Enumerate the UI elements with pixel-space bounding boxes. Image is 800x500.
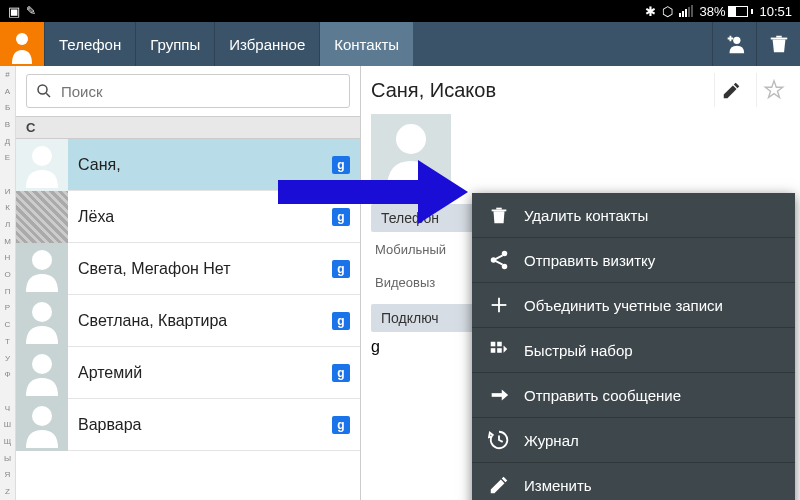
notification-icon: ▣	[8, 4, 20, 19]
menu-send-message[interactable]: Отправить сообщение	[472, 373, 795, 418]
index-letter[interactable]: О	[0, 266, 15, 283]
index-letter[interactable]: Р	[0, 300, 15, 317]
google-badge-icon: g	[332, 260, 350, 278]
bluetooth-icon: ✱	[645, 4, 656, 19]
dialpad-icon	[488, 339, 510, 361]
avatar	[16, 347, 68, 399]
index-letter[interactable]: Щ	[0, 433, 15, 450]
contact-row[interactable]: Света, Мегафон Нет g	[16, 243, 360, 295]
search-input[interactable]	[26, 74, 350, 108]
index-letter[interactable]: В	[0, 116, 15, 133]
index-letter[interactable]: Ы	[0, 450, 15, 467]
avatar	[16, 295, 68, 347]
index-letter[interactable]: П	[0, 283, 15, 300]
alphabet-index[interactable]: #АБВДЕИКЛМНОПРСТУФЧШЩЫЯZ	[0, 66, 16, 500]
index-letter[interactable]: Я	[0, 467, 15, 484]
google-badge-icon: g	[332, 312, 350, 330]
avatar	[16, 243, 68, 295]
index-letter[interactable]: Н	[0, 250, 15, 267]
svg-point-0	[16, 33, 28, 45]
tab-contacts[interactable]: Контакты	[319, 22, 413, 66]
tab-favorites[interactable]: Избранное	[214, 22, 319, 66]
index-letter[interactable]: Л	[0, 216, 15, 233]
signal-icon	[679, 5, 693, 17]
svg-point-2	[38, 85, 47, 94]
index-letter[interactable]: И	[0, 183, 15, 200]
index-letter[interactable]: Е	[0, 149, 15, 166]
svg-rect-12	[491, 342, 496, 347]
menu-edit[interactable]: Изменить	[472, 463, 795, 500]
contact-detail-pane: Саня, Исаков Телефон Мобильный Видеовыз …	[361, 66, 800, 500]
search-field[interactable]	[61, 83, 341, 100]
contact-name: Артемий	[78, 364, 322, 382]
contact-name: Саня,	[78, 156, 322, 174]
svg-point-1	[733, 37, 740, 44]
contact-detail-avatar	[371, 114, 451, 194]
avatar	[16, 139, 68, 191]
contact-name: Света, Мегафон Нет	[78, 260, 322, 278]
index-letter[interactable]: Z	[0, 483, 15, 500]
battery-indicator: 38%	[699, 4, 753, 19]
index-letter[interactable]: #	[0, 66, 15, 83]
section-header: С	[16, 116, 360, 139]
index-letter[interactable]	[0, 166, 15, 183]
svg-point-4	[32, 250, 52, 270]
edit-contact-button[interactable]	[714, 73, 748, 107]
google-badge-icon: g	[332, 208, 350, 226]
trash-icon	[488, 204, 510, 226]
svg-rect-14	[491, 348, 496, 353]
index-letter[interactable]	[0, 383, 15, 400]
contact-row[interactable]: Лёха g	[16, 191, 360, 243]
battery-percent: 38%	[699, 4, 725, 19]
wifi-icon: ⬡	[662, 4, 673, 19]
google-badge-icon: g	[332, 156, 350, 174]
index-letter[interactable]: А	[0, 83, 15, 100]
status-bar: ▣ ✎ ✱ ⬡ 38% 10:51	[0, 0, 800, 22]
menu-share-card[interactable]: Отправить визитку	[472, 238, 795, 283]
clock: 10:51	[759, 4, 792, 19]
google-badge-icon: g	[332, 416, 350, 434]
contact-name: Лёха	[78, 208, 322, 226]
app-logo[interactable]	[0, 22, 44, 66]
tab-groups[interactable]: Группы	[135, 22, 214, 66]
index-letter[interactable]: У	[0, 350, 15, 367]
contact-row[interactable]: Варвара g	[16, 399, 360, 451]
google-badge-icon: g	[332, 364, 350, 382]
index-letter[interactable]: Б	[0, 99, 15, 116]
menu-delete-contacts[interactable]: Удалить контакты	[472, 193, 795, 238]
index-letter[interactable]: К	[0, 200, 15, 217]
index-letter[interactable]: М	[0, 233, 15, 250]
favorite-button[interactable]	[756, 73, 790, 107]
arrow-right-icon	[488, 384, 510, 406]
delete-button[interactable]	[756, 22, 800, 66]
svg-point-3	[32, 146, 52, 166]
svg-point-7	[32, 406, 52, 426]
edit-notification-icon: ✎	[26, 4, 36, 18]
svg-point-5	[32, 302, 52, 322]
avatar	[16, 191, 68, 243]
contact-row[interactable]: Светлана, Квартира g	[16, 295, 360, 347]
search-icon	[35, 82, 53, 100]
contact-detail-name: Саня, Исаков	[371, 79, 706, 102]
index-letter[interactable]: Ч	[0, 400, 15, 417]
share-icon	[488, 249, 510, 271]
index-letter[interactable]: Ш	[0, 416, 15, 433]
index-letter[interactable]: Д	[0, 133, 15, 150]
contact-list-pane: С Саня, g Лёха g Света, Мегафон Нет g Св…	[16, 66, 361, 500]
plus-icon	[488, 294, 510, 316]
contact-row[interactable]: Артемий g	[16, 347, 360, 399]
add-contact-button[interactable]	[712, 22, 756, 66]
svg-rect-15	[497, 348, 502, 353]
svg-rect-13	[497, 342, 502, 347]
index-letter[interactable]: С	[0, 316, 15, 333]
menu-merge-accounts[interactable]: Объединить учетные записи	[472, 283, 795, 328]
pencil-icon	[488, 474, 510, 496]
index-letter[interactable]: Ф	[0, 366, 15, 383]
tab-phone[interactable]: Телефон	[44, 22, 135, 66]
svg-point-6	[32, 354, 52, 374]
index-letter[interactable]: Т	[0, 333, 15, 350]
menu-speed-dial[interactable]: Быстрый набор	[472, 328, 795, 373]
svg-point-8	[396, 124, 426, 154]
menu-journal[interactable]: Журнал	[472, 418, 795, 463]
contact-row[interactable]: Саня, g	[16, 139, 360, 191]
